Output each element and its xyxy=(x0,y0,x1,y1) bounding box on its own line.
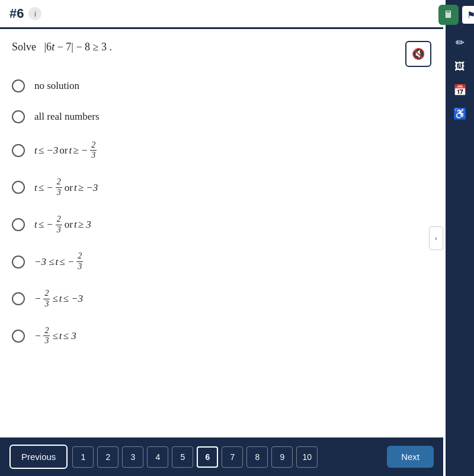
option-label-1: no solution xyxy=(34,79,79,93)
next-button[interactable]: Next xyxy=(387,446,434,468)
problem-number: #6 xyxy=(9,6,24,21)
option-4[interactable]: t ≤ − 2 3 or t ≥ −3 xyxy=(12,177,431,198)
question-area: Solve |6t − 7| − 8 ≥ 3 . 🔇 xyxy=(0,29,443,73)
accessibility-icon: ♿ xyxy=(453,107,466,120)
question-text: Solve |6t − 7| − 8 ≥ 3 . xyxy=(12,41,112,53)
page-2[interactable]: 2 xyxy=(97,446,118,468)
previous-button[interactable]: Previous xyxy=(9,445,68,469)
page-9[interactable]: 9 xyxy=(271,446,293,468)
page-4[interactable]: 4 xyxy=(147,446,168,468)
option-7[interactable]: − 2 3 ≤ t ≤ −3 xyxy=(12,289,431,309)
option-6[interactable]: −3 ≤ t ≤ − 2 3 xyxy=(12,251,431,272)
flag-button[interactable]: ⚑ xyxy=(461,5,474,25)
collapse-icon: ‹ xyxy=(435,234,437,242)
option-label-6: −3 ≤ t ≤ − 2 3 xyxy=(34,251,84,272)
option-3[interactable]: t ≤ −3 or t ≥ − 2 3 xyxy=(12,140,431,161)
radio-7[interactable] xyxy=(12,292,25,305)
page-7[interactable]: 7 xyxy=(222,446,243,468)
radio-8[interactable] xyxy=(12,330,25,343)
calculator-button[interactable]: 🖩 xyxy=(438,5,459,25)
page-8[interactable]: 8 xyxy=(246,446,268,468)
sidebar-top-buttons: 🖩 ⚑ xyxy=(438,5,474,25)
right-sidebar: 🖩 ⚑ ✏ 🖼 📅 ♿ xyxy=(446,0,474,476)
page-numbers: 1 2 3 4 5 6 7 8 9 10 xyxy=(72,446,318,468)
draw-icon: ✏ xyxy=(456,36,465,49)
collapse-button[interactable]: ‹ xyxy=(429,226,443,250)
option-label-8: − 2 3 ≤ t ≤ 3 xyxy=(34,326,76,347)
audio-icon: 🔇 xyxy=(412,47,425,60)
option-2[interactable]: all real numbers xyxy=(12,110,431,124)
info-badge[interactable]: i xyxy=(28,7,41,20)
page-1[interactable]: 1 xyxy=(72,446,94,468)
radio-3[interactable] xyxy=(12,144,25,157)
navigation-footer: Previous 1 2 3 4 5 6 7 8 9 10 Next xyxy=(0,437,443,476)
audio-button[interactable]: 🔇 xyxy=(405,41,431,67)
option-1[interactable]: no solution xyxy=(12,79,431,93)
header: #6 i xyxy=(0,0,443,29)
option-label-5: t ≤ − 2 3 or t ≥ 3 xyxy=(34,215,91,235)
accessibility-button[interactable]: ♿ xyxy=(449,103,470,124)
equation: |6t − 7| − 8 ≥ 3 . xyxy=(44,41,112,53)
solve-label: Solve xyxy=(12,41,36,53)
option-label-7: − 2 3 ≤ t ≤ −3 xyxy=(34,289,83,309)
page-5[interactable]: 5 xyxy=(172,446,193,468)
options-container: no solution all real numbers t ≤ −3 or t… xyxy=(0,73,443,437)
option-8[interactable]: − 2 3 ≤ t ≤ 3 xyxy=(12,326,431,347)
calculator-icon: 🖩 xyxy=(444,9,453,20)
page-10[interactable]: 10 xyxy=(296,446,318,468)
radio-2[interactable] xyxy=(12,110,25,123)
option-label-2: all real numbers xyxy=(34,110,100,124)
option-label-3: t ≤ −3 or t ≥ − 2 3 xyxy=(34,140,98,161)
page-6[interactable]: 6 xyxy=(197,446,218,468)
flag-icon: ⚑ xyxy=(467,9,474,21)
radio-6[interactable] xyxy=(12,255,25,269)
radio-5[interactable] xyxy=(12,218,25,231)
page-3[interactable]: 3 xyxy=(122,446,143,468)
image-icon: 🖼 xyxy=(454,60,465,73)
option-label-4: t ≤ − 2 3 or t ≥ −3 xyxy=(34,177,98,198)
option-5[interactable]: t ≤ − 2 3 or t ≥ 3 xyxy=(12,215,431,235)
calendar-icon: 📅 xyxy=(453,84,466,97)
image-button[interactable]: 🖼 xyxy=(449,56,470,77)
calendar-button[interactable]: 📅 xyxy=(449,79,470,101)
radio-4[interactable] xyxy=(12,181,25,194)
radio-1[interactable] xyxy=(12,79,25,92)
draw-button[interactable]: ✏ xyxy=(449,32,470,53)
